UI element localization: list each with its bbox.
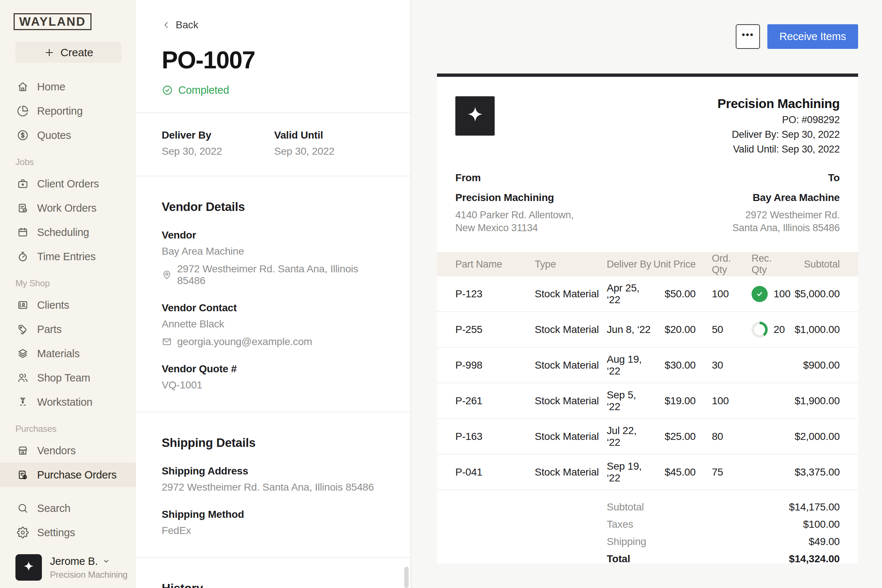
po-detail-panel: Back PO-1007 Completed Deliver By Sep 30… (136, 0, 411, 588)
sidebar-item-reporting[interactable]: Reporting (0, 99, 136, 123)
sidebar-footer: SearchSettings Jerome B. Precision Machi… (0, 496, 136, 588)
chevron-left-icon (162, 20, 171, 30)
total-row-subtotal: Subtotal$14,175.00 (455, 498, 840, 516)
user-name: Jerome B. (50, 555, 98, 567)
table-row-p-255[interactable]: P-255Stock MaterialJun 8, ‘22$20.005020$… (437, 312, 858, 348)
briefcase-icon (16, 177, 29, 190)
vendor-label: Vendor (162, 230, 385, 241)
user-menu[interactable]: Jerome B. Precision Machining (0, 544, 136, 588)
sidebar-item-parts[interactable]: Parts (0, 317, 136, 341)
cell-part: P-998 (455, 359, 535, 371)
table-row-p-163[interactable]: P-163Stock MaterialJul 22, ‘22$25.0080$2… (437, 419, 858, 454)
cell-ord-qty: 100 (696, 395, 735, 407)
cell-part: P-261 (455, 395, 535, 407)
cell-deliver-by: Sep 5, ‘22 (607, 389, 652, 413)
cell-subtotal: $1,000.00 (787, 324, 840, 336)
vendor-name: Bay Area Machine (162, 246, 385, 257)
status-label: Completed (178, 84, 229, 96)
table-row-p-998[interactable]: P-998Stock MaterialAug 19, ‘22$30.0030$9… (437, 348, 858, 383)
pie-chart-icon (16, 105, 29, 117)
total-value: $100.00 (803, 519, 840, 530)
sidebar-item-search[interactable]: Search (0, 496, 136, 520)
sidebar-item-shop-team[interactable]: Shop Team (0, 366, 136, 390)
from-block: From Precision Machining 4140 Parker Rd.… (455, 172, 574, 234)
column-header-rec-qty: Rec. Qty (735, 253, 787, 276)
history-section: History P-255 Status Updated to Complete… (162, 581, 385, 588)
sidebar-item-work-orders[interactable]: Work Orders (0, 196, 136, 220)
cell-rec-qty: 100 (735, 286, 787, 302)
sidebar-item-purchase-orders[interactable]: Purchase Orders (0, 463, 136, 487)
home-icon (16, 81, 29, 93)
search-icon (16, 502, 29, 514)
cell-type: Stock Material (535, 288, 607, 300)
sidebar-item-workstation[interactable]: Workstation (0, 390, 136, 414)
total-label: Subtotal (607, 501, 644, 513)
from-address-line2: New Mexico 31134 (455, 222, 574, 234)
shipping-address-label: Shipping Address (162, 465, 385, 477)
totals-block: Subtotal$14,175.00Taxes$100.00Shipping$4… (455, 498, 840, 567)
sidebar-item-label: Vendors (37, 445, 76, 457)
sidebar-item-label: Quotes (37, 129, 71, 141)
sidebar-item-settings[interactable]: Settings (0, 520, 136, 544)
sidebar-section-label-jobs: Jobs (0, 147, 136, 172)
sidebar-item-client-orders[interactable]: Client Orders (0, 172, 136, 196)
storefront-icon (16, 444, 29, 457)
tag-icon (16, 323, 29, 336)
sidebar-item-label: Work Orders (37, 202, 97, 214)
total-value: $49.00 (809, 536, 840, 548)
sidebar-item-label: Workstation (37, 396, 92, 408)
receive-items-button[interactable]: Receive Items (767, 24, 858, 49)
create-button[interactable]: Create (15, 42, 121, 63)
shipping-method-label: Shipping Method (162, 508, 385, 520)
back-button[interactable]: Back (162, 19, 198, 31)
cell-subtotal: $5,000.00 (787, 288, 840, 300)
more-actions-button[interactable]: ••• (736, 24, 760, 49)
avatar (15, 554, 42, 580)
sidebar-item-vendors[interactable]: Vendors (0, 438, 136, 463)
history-heading: History (162, 581, 385, 588)
column-header-ord-qty: Ord. Qty (696, 253, 735, 276)
cell-rec-qty: 20 (735, 322, 787, 338)
from-address-line1: 4140 Parker Rd. Allentown, (455, 209, 574, 222)
to-address-line2: Santa Ana, Illinois 85486 (732, 222, 840, 234)
deliver-by-label: Deliver By (162, 129, 274, 141)
sidebar-item-scheduling[interactable]: Scheduling (0, 220, 136, 244)
sidebar-item-label: Parts (37, 323, 62, 336)
rec-qty-value: 20 (774, 324, 785, 336)
sidebar-item-label: Purchase Orders (37, 469, 117, 481)
sidebar: WAYLAND Create HomeReportingQuotesJobsCl… (0, 0, 136, 588)
vendor-address: 2972 Westheimer Rd. Santa Ana, Illinois … (177, 263, 385, 286)
column-header-type: Type (535, 259, 607, 270)
table-row-p-041[interactable]: P-041Stock MaterialSep 19, ‘22$45.0075$3… (437, 454, 858, 490)
sidebar-section-label-purchases: Purchases (0, 414, 136, 438)
cell-part: P-163 (455, 431, 535, 442)
cell-subtotal: $1,900.00 (787, 395, 840, 407)
po-document: Precision Machining PO: #098292 Deliver … (437, 74, 858, 563)
scrollbar-thumb[interactable] (404, 567, 409, 588)
layers-icon (16, 347, 29, 360)
sidebar-item-label: Shop Team (37, 372, 90, 384)
cell-deliver-by: Apr 25, ‘22 (607, 282, 652, 306)
sidebar-item-time-entries[interactable]: Time Entries (0, 244, 136, 268)
total-value: $14,175.00 (789, 501, 840, 513)
sidebar-item-label: Home (37, 81, 65, 93)
sidebar-item-materials[interactable]: Materials (0, 341, 136, 366)
valid-until-value: Sep 30, 2022 (274, 146, 385, 157)
cell-type: Stock Material (535, 431, 607, 442)
document-actions: ••• Receive Items (437, 24, 858, 49)
vendor-contact-name: Annette Black (162, 318, 385, 330)
total-label: Shipping (607, 536, 646, 548)
sidebar-item-clients[interactable]: Clients (0, 293, 136, 317)
sidebar-item-home[interactable]: Home (0, 75, 136, 99)
external-note-label: External Note (455, 586, 840, 588)
total-row-taxes: Taxes$100.00 (455, 516, 840, 533)
sidebar-item-quotes[interactable]: Quotes (0, 123, 136, 147)
cell-unit-price: $30.00 (652, 359, 696, 371)
table-row-p-123[interactable]: P-123Stock MaterialApr 25, ‘22$50.001001… (437, 276, 858, 312)
check-circle-icon (162, 84, 173, 96)
table-row-p-261[interactable]: P-261Stock MaterialSep 5, ‘22$19.00100$1… (437, 383, 858, 419)
document-company-name: Precision Machining (717, 96, 840, 111)
from-name: Precision Machining (455, 192, 574, 204)
received-partial-progress-ring (752, 322, 768, 338)
cell-deliver-by: Sep 19, ‘22 (607, 460, 652, 484)
